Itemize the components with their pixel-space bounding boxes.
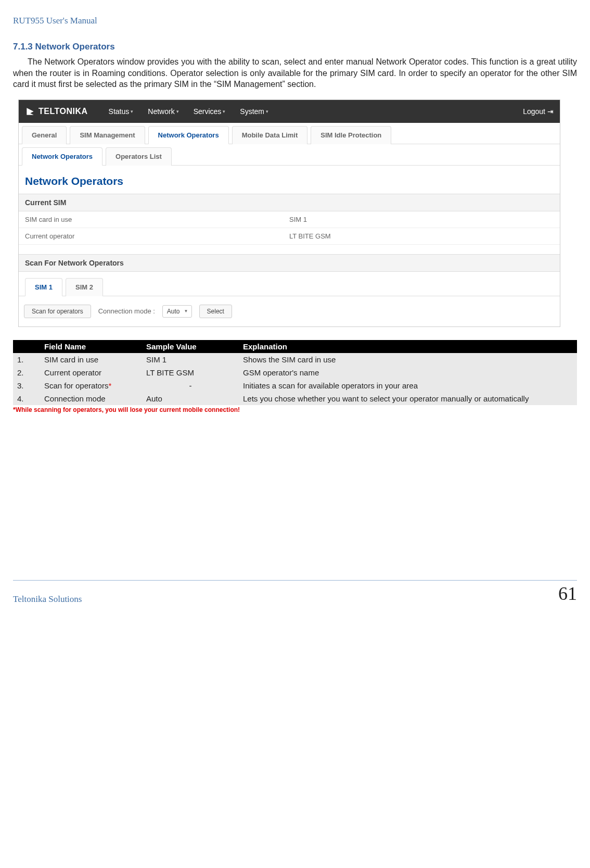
cell-field-text: Scan for operators bbox=[44, 381, 108, 390]
logo: TELTONIKA bbox=[25, 106, 88, 117]
tab-sim1[interactable]: SIM 1 bbox=[25, 278, 62, 296]
th-field-name: Field Name bbox=[40, 340, 142, 353]
row-sim-card-in-use: SIM card in use SIM 1 bbox=[19, 211, 560, 228]
row-current-operator: Current operator LT BITE GSM bbox=[19, 228, 560, 245]
table-row: 4. Connection mode Auto Lets you chose w… bbox=[13, 392, 577, 405]
cell-field: Scan for operators* bbox=[40, 379, 142, 392]
logo-icon bbox=[25, 106, 35, 117]
panel-scan-title: Scan For Network Operators bbox=[19, 254, 560, 272]
top-bar: TELTONIKA Status▾ Network▾ Services▾ Sys… bbox=[19, 100, 560, 123]
cell-field: SIM card in use bbox=[40, 353, 142, 366]
section-number: 7.1.3 bbox=[13, 42, 33, 52]
main-tabs: General SIM Management Network Operators… bbox=[19, 123, 560, 144]
logout-link[interactable]: Logout ⇥ bbox=[523, 107, 554, 116]
scan-controls: Scan for operators Connection mode : Aut… bbox=[19, 296, 560, 326]
table-row: 2. Current operator LT BITE GSM GSM oper… bbox=[13, 366, 577, 379]
router-ui-screenshot: TELTONIKA Status▾ Network▾ Services▾ Sys… bbox=[18, 99, 560, 327]
logo-text: TELTONIKA bbox=[39, 107, 88, 116]
cell-expl: GSM operator's name bbox=[239, 366, 577, 379]
select-button[interactable]: Select bbox=[199, 305, 232, 318]
warning-text: *While scanning for operators, you will … bbox=[13, 406, 577, 413]
menu-label: System bbox=[240, 107, 264, 116]
asterisk-icon: * bbox=[108, 381, 111, 390]
chevron-down-icon: ▾ bbox=[266, 109, 268, 114]
tab-network-operators[interactable]: Network Operators bbox=[148, 126, 229, 144]
menu-label: Services bbox=[194, 107, 222, 116]
table-row: 3. Scan for operators* - Initiates a sca… bbox=[13, 379, 577, 392]
cell-expl: Lets you chose whether you want to selec… bbox=[239, 392, 577, 405]
connection-mode-select[interactable]: Auto bbox=[162, 305, 192, 318]
label: Current operator bbox=[25, 232, 289, 240]
sim-tabs: SIM 1 SIM 2 bbox=[19, 272, 560, 296]
cell-sample: SIM 1 bbox=[142, 353, 239, 366]
menu-status[interactable]: Status▾ bbox=[109, 107, 134, 116]
value: SIM 1 bbox=[289, 216, 554, 223]
cell-expl: Shows the SIM card in use bbox=[239, 353, 577, 366]
table-row: 1. SIM card in use SIM 1 Shows the SIM c… bbox=[13, 353, 577, 366]
menu-services[interactable]: Services▾ bbox=[194, 107, 226, 116]
chevron-down-icon: ▾ bbox=[176, 109, 179, 114]
cell-sample: Auto bbox=[142, 392, 239, 405]
page-footer: Teltonika Solutions 61 bbox=[13, 580, 577, 605]
logout-label: Logout bbox=[523, 107, 545, 116]
doc-header: RUT955 User's Manual bbox=[13, 16, 577, 26]
cell-sample: LT BITE GSM bbox=[142, 366, 239, 379]
top-menu: Status▾ Network▾ Services▾ System▾ bbox=[109, 107, 268, 116]
panel-current-sim-title: Current SIM bbox=[19, 194, 560, 211]
cell-field: Current operator bbox=[40, 366, 142, 379]
menu-network[interactable]: Network▾ bbox=[148, 107, 178, 116]
cell-num: 3. bbox=[13, 379, 40, 392]
cell-num: 1. bbox=[13, 353, 40, 366]
tab-general[interactable]: General bbox=[22, 126, 67, 144]
th-explanation: Explanation bbox=[239, 340, 577, 353]
sub-tabs: Network Operators Operators List bbox=[19, 144, 560, 166]
value: LT BITE GSM bbox=[289, 232, 554, 240]
tab-mobile-data-limit[interactable]: Mobile Data Limit bbox=[232, 126, 308, 144]
footer-left: Teltonika Solutions bbox=[13, 594, 82, 605]
connection-mode-label: Connection mode : bbox=[98, 307, 155, 315]
body-paragraph: The Network Operators window provides yo… bbox=[13, 56, 577, 90]
cell-num: 4. bbox=[13, 392, 40, 405]
menu-label: Network bbox=[148, 107, 174, 116]
subtab-network-operators[interactable]: Network Operators bbox=[22, 147, 102, 166]
th-blank bbox=[13, 340, 40, 353]
menu-label: Status bbox=[109, 107, 130, 116]
chevron-down-icon: ▾ bbox=[131, 109, 133, 114]
subtab-operators-list[interactable]: Operators List bbox=[106, 147, 172, 166]
section-heading: 7.1.3 Network Operators bbox=[13, 42, 577, 52]
chevron-down-icon: ▾ bbox=[223, 109, 225, 114]
tab-sim-management[interactable]: SIM Management bbox=[70, 126, 145, 144]
page-number: 61 bbox=[558, 583, 577, 605]
section-title: Network Operators bbox=[35, 42, 115, 52]
page-heading: Network Operators bbox=[19, 166, 560, 194]
cell-sample: - bbox=[142, 379, 239, 392]
label: SIM card in use bbox=[25, 216, 289, 223]
tab-sim-idle-protection[interactable]: SIM Idle Protection bbox=[311, 126, 391, 144]
cell-expl: Initiates a scan for available operators… bbox=[239, 379, 577, 392]
th-sample-value: Sample Value bbox=[142, 340, 239, 353]
scan-for-operators-button[interactable]: Scan for operators bbox=[24, 305, 91, 318]
menu-system[interactable]: System▾ bbox=[240, 107, 268, 116]
fields-table: Field Name Sample Value Explanation 1. S… bbox=[13, 340, 577, 405]
cell-num: 2. bbox=[13, 366, 40, 379]
tab-sim2[interactable]: SIM 2 bbox=[66, 278, 103, 296]
cell-field: Connection mode bbox=[40, 392, 142, 405]
logout-icon: ⇥ bbox=[547, 107, 554, 116]
